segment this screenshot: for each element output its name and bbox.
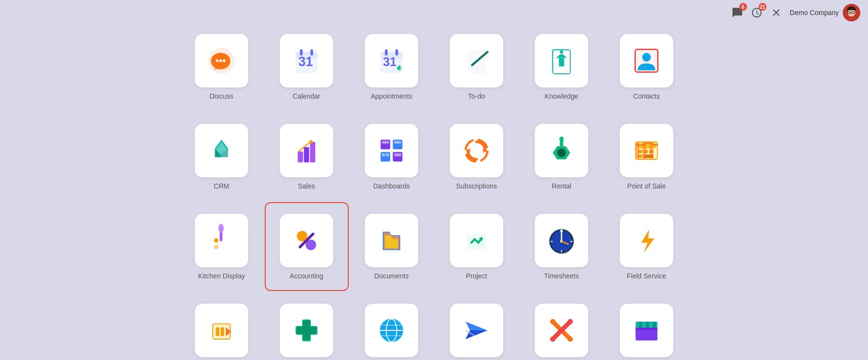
app-icon-accounting bbox=[280, 214, 333, 267]
app-label-kitchen-display: Kitchen Display bbox=[198, 272, 245, 280]
app-item-helpdesk[interactable]: Helpdesk bbox=[267, 294, 347, 360]
svg-point-107 bbox=[550, 319, 556, 324]
app-icon-sales bbox=[280, 124, 333, 177]
app-item-project[interactable]: Project bbox=[437, 204, 517, 289]
app-icon-helpdesk bbox=[280, 304, 333, 357]
app-item-contacts[interactable]: Contacts bbox=[607, 24, 687, 109]
app-label-point-of-sale: Point of Sale bbox=[627, 182, 665, 190]
app-label-project: Project bbox=[466, 272, 487, 280]
company-name: Demo Company bbox=[790, 9, 839, 17]
messages-badge: 6 bbox=[739, 3, 747, 11]
app-icon-planning bbox=[195, 304, 248, 357]
app-label-dashboards: Dashboards bbox=[373, 182, 410, 190]
activities-badge: 21 bbox=[759, 3, 766, 11]
svg-point-70 bbox=[214, 238, 219, 242]
app-item-planning[interactable]: Planning bbox=[182, 294, 262, 360]
app-icon-appointments: 31 bbox=[365, 34, 418, 87]
svg-rect-22 bbox=[395, 49, 398, 55]
svg-point-9 bbox=[216, 59, 218, 62]
app-label-accounting: Accounting bbox=[289, 272, 323, 280]
svg-point-30 bbox=[560, 50, 563, 53]
app-label-discuss: Discuss bbox=[209, 92, 233, 100]
svg-rect-46 bbox=[382, 141, 389, 143]
app-item-discuss[interactable]: Discuss bbox=[182, 24, 262, 109]
app-icon-project bbox=[450, 214, 503, 267]
app-icon-events bbox=[535, 304, 588, 357]
app-item-purchase[interactable]: Purchase bbox=[607, 294, 687, 360]
svg-rect-21 bbox=[385, 49, 388, 55]
app-item-sales[interactable]: Sales bbox=[267, 114, 347, 199]
app-item-timesheets[interactable]: Timesheets bbox=[522, 204, 602, 289]
app-item-kitchen-display[interactable]: Kitchen Display bbox=[182, 204, 262, 289]
svg-point-23 bbox=[397, 66, 402, 70]
app-item-email-marketing[interactable]: Email Marketing bbox=[437, 294, 517, 360]
svg-rect-29 bbox=[559, 57, 564, 66]
app-label-subscriptions: Subscriptions bbox=[456, 182, 497, 190]
app-item-website[interactable]: Website bbox=[352, 294, 432, 360]
app-icon-knowledge bbox=[535, 34, 588, 87]
app-item-accounting[interactable]: Accounting bbox=[267, 204, 347, 289]
svg-rect-90 bbox=[221, 327, 224, 336]
svg-rect-49 bbox=[386, 153, 389, 156]
svg-marker-86 bbox=[641, 229, 654, 253]
app-item-field-service[interactable]: Field Service bbox=[607, 204, 687, 289]
svg-rect-89 bbox=[216, 327, 219, 336]
app-item-crm[interactable]: CRM bbox=[182, 114, 262, 199]
close-button[interactable] bbox=[768, 5, 784, 20]
app-label-knowledge: Knowledge bbox=[545, 92, 578, 100]
app-icon-field-service bbox=[620, 214, 673, 267]
svg-rect-48 bbox=[382, 153, 385, 156]
app-item-subscriptions[interactable]: Subscriptions bbox=[437, 114, 517, 199]
svg-point-108 bbox=[568, 336, 573, 342]
svg-point-85 bbox=[560, 229, 562, 232]
app-item-point-of-sale[interactable]: Point of Sale bbox=[607, 114, 687, 199]
svg-rect-95 bbox=[296, 326, 316, 333]
svg-rect-38 bbox=[298, 151, 303, 162]
svg-rect-47 bbox=[394, 141, 401, 143]
app-label-calendar: Calendar bbox=[293, 92, 321, 100]
app-icon-todo bbox=[450, 34, 503, 87]
app-icon-discuss bbox=[195, 34, 248, 87]
svg-rect-39 bbox=[304, 147, 309, 162]
user-avatar[interactable] bbox=[843, 4, 860, 21]
svg-rect-16 bbox=[300, 49, 303, 55]
app-item-calendar[interactable]: 31 Calendar bbox=[267, 24, 347, 109]
svg-point-69 bbox=[219, 223, 224, 232]
app-label-crm: CRM bbox=[214, 182, 229, 190]
messages-button[interactable]: 6 bbox=[730, 5, 745, 20]
app-item-rental[interactable]: Rental bbox=[522, 114, 602, 199]
app-icon-kitchen-display bbox=[195, 214, 248, 267]
svg-point-109 bbox=[568, 319, 573, 324]
svg-point-33 bbox=[642, 52, 651, 61]
app-icon-calendar: 31 bbox=[280, 34, 333, 87]
app-label-contacts: Contacts bbox=[633, 92, 660, 100]
svg-point-110 bbox=[550, 336, 556, 342]
app-item-dashboards[interactable]: Dashboards bbox=[352, 114, 432, 199]
app-icon-purchase bbox=[620, 304, 673, 357]
activities-button[interactable]: 21 bbox=[749, 5, 765, 20]
svg-point-41 bbox=[309, 140, 312, 143]
svg-point-11 bbox=[223, 59, 225, 62]
app-item-appointments[interactable]: 31 Appointments bbox=[352, 24, 432, 109]
app-label-field-service: Field Service bbox=[627, 272, 666, 280]
svg-rect-115 bbox=[653, 322, 656, 328]
app-icon-timesheets bbox=[535, 214, 588, 267]
svg-marker-103 bbox=[466, 330, 488, 339]
app-item-events[interactable]: Events bbox=[522, 294, 602, 360]
app-item-todo[interactable]: To-do bbox=[437, 24, 517, 109]
svg-rect-17 bbox=[310, 49, 313, 55]
app-icon-point-of-sale bbox=[620, 124, 673, 177]
app-item-knowledge[interactable]: Knowledge bbox=[522, 24, 602, 109]
app-icon-website bbox=[365, 304, 418, 357]
app-item-documents[interactable]: Documents bbox=[352, 204, 432, 289]
app-label-sales: Sales bbox=[298, 182, 315, 190]
app-icon-crm bbox=[195, 124, 248, 177]
svg-rect-116 bbox=[636, 327, 658, 330]
app-label-todo: To-do bbox=[468, 92, 485, 100]
svg-rect-50 bbox=[394, 153, 401, 156]
svg-rect-113 bbox=[639, 322, 642, 328]
app-icon-email-marketing bbox=[450, 304, 503, 357]
svg-point-56 bbox=[560, 137, 564, 141]
app-grid: Discuss 31 Calendar 31 Appointments To-d… bbox=[172, 15, 697, 360]
app-icon-documents bbox=[365, 214, 418, 267]
